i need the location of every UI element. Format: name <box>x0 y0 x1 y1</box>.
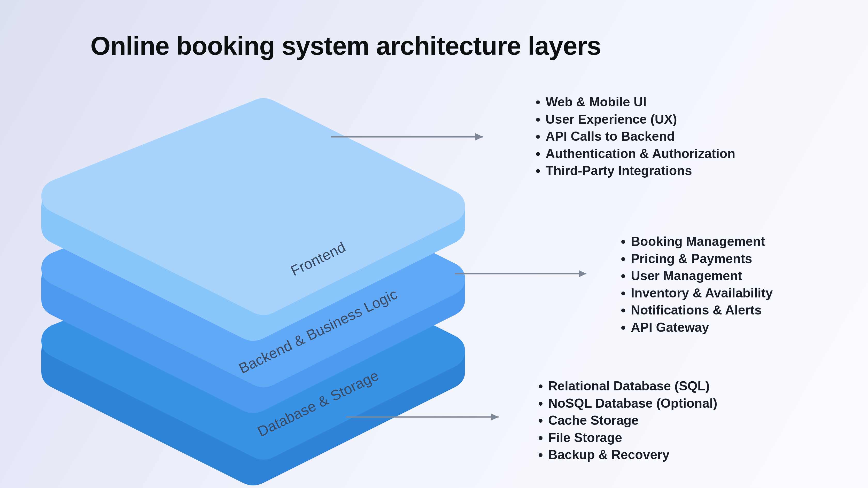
arrow-icon <box>455 266 594 282</box>
bullet-block-database: Relational Database (SQL) NoSQL Database… <box>532 377 717 464</box>
list-item: API Gateway <box>631 319 773 336</box>
list-item: Inventory & Availability <box>631 285 773 301</box>
list-item: API Calls to Backend <box>546 128 735 144</box>
list-item: Notifications & Alerts <box>631 302 773 318</box>
list-item: Pricing & Payments <box>631 251 773 267</box>
list-item: Cache Storage <box>548 412 717 429</box>
list-item: NoSQL Database (Optional) <box>548 395 717 412</box>
list-item: User Management <box>631 268 773 284</box>
list-item: Booking Management <box>631 233 773 250</box>
list-item: Authentication & Authorization <box>546 145 735 162</box>
list-item: Web & Mobile UI <box>546 94 735 110</box>
list-item: Relational Database (SQL) <box>548 378 717 394</box>
bullet-block-backend: Booking Management Pricing & Payments Us… <box>615 232 773 336</box>
list-item: User Experience (UX) <box>546 111 735 128</box>
layer-stack: Database & Storage Backend & Business Lo… <box>31 98 475 454</box>
list-item: Backup & Recovery <box>548 447 717 463</box>
bullet-block-frontend: Web & Mobile UI User Experience (UX) API… <box>530 93 735 180</box>
arrow-icon <box>331 129 491 144</box>
list-item: Third-Party Integrations <box>546 163 735 179</box>
arrow-icon <box>346 409 506 425</box>
diagram-title: Online booking system architecture layer… <box>90 31 601 61</box>
list-item: File Storage <box>548 430 717 446</box>
